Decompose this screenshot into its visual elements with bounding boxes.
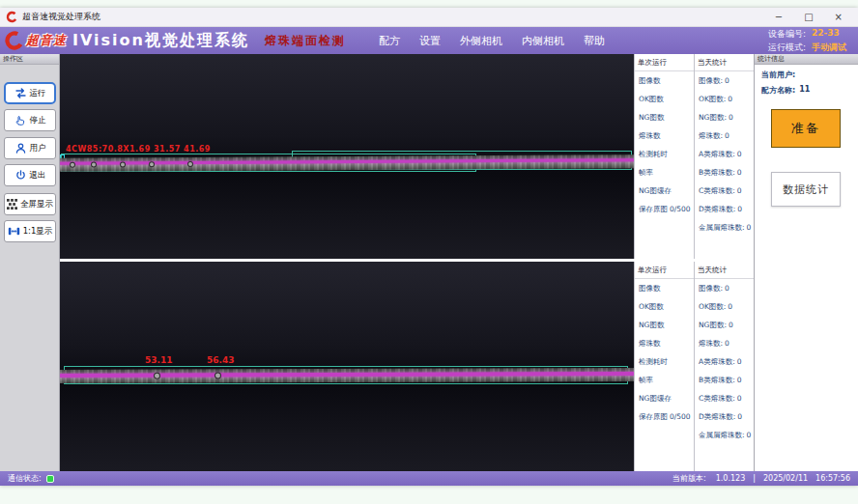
sidebar-title: 操作区	[0, 54, 59, 65]
stat-row: 图像数:0	[695, 71, 754, 90]
bead-marker	[154, 373, 160, 379]
app-window: 超音速视觉处理系统 − □ × 超音速 IVision视觉处理系统 熔珠端面检测…	[0, 8, 858, 486]
menu-item-inner-camera[interactable]: 内侧相机	[522, 34, 564, 48]
user-button[interactable]: 用户	[4, 137, 56, 159]
stop-button[interactable]: 停止	[4, 109, 56, 131]
stat-row: A类熔珠数:0	[695, 145, 754, 163]
stat-row: A类熔珠数:0	[695, 352, 754, 371]
run-button-label: 运行	[30, 88, 46, 99]
stats-title: 当天统计	[695, 56, 754, 71]
bead-marker	[187, 161, 193, 167]
inner-camera-view: 53.11 56.43	[60, 262, 634, 471]
close-button[interactable]: ×	[835, 8, 843, 27]
stat-row: 图像数	[635, 71, 694, 90]
comm-status-label: 通信状态:	[8, 473, 42, 484]
stat-label: 保存原图	[639, 412, 668, 422]
bead-marker	[91, 162, 97, 168]
stat-value: 0	[737, 186, 742, 195]
run-mode-label: 运行模式:	[768, 42, 806, 54]
stat-label: B类熔珠数:	[699, 376, 735, 385]
stat-value: 0	[737, 150, 742, 158]
laser-line-overlay	[60, 158, 634, 165]
power-icon	[14, 169, 27, 182]
stat-label: A类熔珠数:	[699, 150, 735, 159]
stat-label: NG图缓存	[639, 186, 672, 196]
app-header: 超音速 IVision视觉处理系统 熔珠端面检测 配方 设置 外侧相机 内侧相机…	[0, 27, 858, 54]
app-subtitle: 熔珠端面检测	[265, 33, 346, 49]
menu-item-outer-camera[interactable]: 外侧相机	[460, 34, 502, 48]
menu-item-recipe[interactable]: 配方	[379, 34, 400, 48]
stat-value: 0	[728, 95, 732, 103]
stat-row: 检测耗时	[635, 145, 694, 163]
stop-button-label: 停止	[30, 115, 46, 126]
stat-row: 熔珠数:0	[695, 126, 754, 145]
bead-marker	[120, 161, 126, 167]
stat-row: OK图数:0	[695, 297, 754, 316]
data-statistics-button[interactable]: 数据统计	[771, 172, 841, 207]
one-to-one-button-label: 1:1显示	[23, 226, 53, 238]
stat-value: 0	[747, 223, 752, 232]
run-button[interactable]: 运行	[4, 82, 56, 104]
measurement-annotation: 4CW85:70.8X1.69 31.57 41.69	[66, 145, 211, 154]
stat-row: D类熔珠数:0	[695, 200, 754, 218]
stat-row: 金属屑熔珠数:0	[695, 426, 754, 444]
main-menu: 配方 设置 外侧相机 内侧相机 帮助	[379, 34, 605, 48]
version-label: 当前版本:	[672, 473, 706, 484]
stat-row: 帧率	[635, 371, 694, 389]
stat-row: 熔珠数	[635, 334, 694, 352]
stat-value: 0	[729, 321, 733, 329]
menu-item-settings[interactable]: 设置	[419, 34, 441, 48]
stat-row: 保存原图0/500	[635, 407, 694, 426]
stat-label: 熔珠数:	[699, 131, 723, 141]
stat-label: C类熔珠数:	[699, 394, 735, 404]
stat-value: 0	[725, 339, 729, 348]
exit-button[interactable]: 退出	[4, 164, 56, 186]
device-id-label: 设备编号:	[768, 28, 806, 41]
minimize-button[interactable]: −	[775, 8, 783, 27]
recipe-name-row: 配方名称: 11	[755, 80, 858, 96]
stat-label: OK图数	[639, 95, 664, 104]
stat-value: 0	[737, 394, 742, 403]
menu-item-help[interactable]: 帮助	[584, 34, 605, 48]
hand-stop-icon	[14, 114, 27, 126]
one-to-one-button[interactable]: 1:1显示	[4, 220, 56, 242]
stat-label: 熔珠数	[639, 339, 661, 349]
stat-value: 0	[728, 302, 732, 311]
stat-row: NG图数:0	[695, 316, 754, 334]
stat-value: 0	[737, 376, 742, 384]
one-to-one-icon	[8, 225, 20, 238]
stat-value: 0	[737, 205, 742, 213]
device-info: 设备编号: 22-33 运行模式: 手动调试	[768, 28, 846, 54]
stat-row: C类熔珠数:0	[695, 182, 754, 200]
stat-label: 熔珠数	[639, 131, 661, 141]
prepare-button[interactable]: 准备	[771, 109, 841, 148]
stat-row: 检测耗时	[635, 352, 694, 371]
stat-label: A类熔珠数:	[699, 357, 735, 367]
stat-label: NG图缓存	[639, 394, 672, 404]
stat-row: B类熔珠数:0	[695, 163, 754, 182]
fullscreen-button[interactable]: 全屏显示	[4, 193, 56, 215]
stat-label: NG图数:	[699, 321, 727, 330]
stat-row: 保存原图0/500	[635, 200, 694, 218]
stat-label: NG图数	[639, 113, 664, 123]
brand-logo: 超音速	[0, 31, 67, 50]
grid-fullscreen-icon	[7, 199, 17, 210]
stat-row: OK图数	[635, 297, 694, 316]
user-icon	[14, 142, 27, 154]
camera-views: 4CW85:70.8X1.69 31.57 41.69 53.11 56.43	[60, 54, 634, 471]
stat-label: D类熔珠数:	[699, 205, 735, 214]
stat-row: NG图数:0	[695, 108, 754, 126]
status-bar: 通信状态: 当前版本: 1.0.123 | 2025/02/11 16:57:5…	[0, 471, 858, 486]
bead-marker	[70, 162, 75, 168]
stat-row: B类熔珠数:0	[695, 371, 754, 389]
stat-row: 熔珠数	[635, 126, 694, 145]
laser-line-overlay	[60, 372, 634, 378]
stat-label: 图像数:	[699, 284, 723, 294]
recipe-name-label: 配方名称:	[761, 85, 795, 96]
statistics-info-panel: 统计信息 当前用户: 配方名称: 11 准备 数据统计	[754, 54, 858, 471]
stat-value: 0	[737, 357, 742, 366]
stat-value: 0	[725, 131, 729, 140]
app-title: IVision视觉处理系统	[72, 31, 249, 51]
stat-value: 0	[747, 431, 752, 439]
maximize-button[interactable]: □	[804, 8, 813, 27]
